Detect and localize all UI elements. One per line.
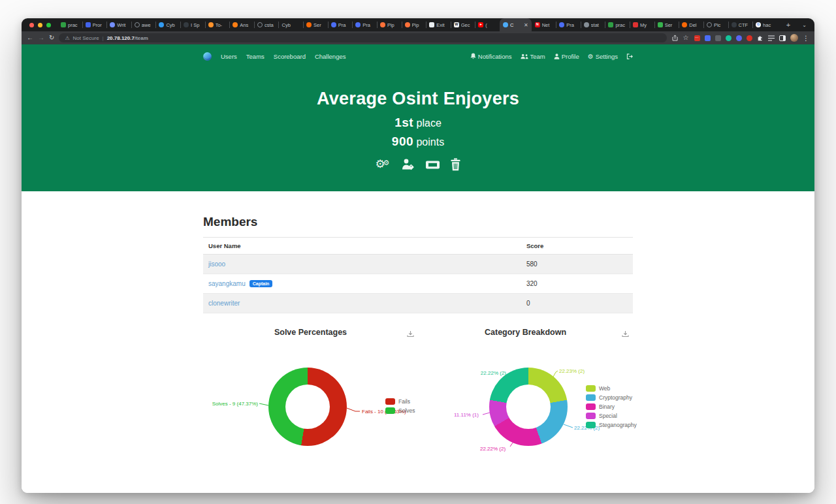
browser-tab[interactable]: stat — [581, 18, 605, 31]
legend-item[interactable]: Solves — [385, 406, 415, 415]
browser-tab[interactable]: CTF — [728, 18, 753, 31]
nav-link-teams[interactable]: Teams — [246, 53, 265, 60]
edit-members-button[interactable] — [401, 157, 415, 172]
tab-strip: pracProrWritaweCybI SpTo-AnscstaCybSerPr… — [22, 18, 814, 31]
legend-item[interactable]: Steganography — [586, 420, 637, 430]
tab-label: Pra — [566, 22, 577, 28]
extension-icon[interactable] — [746, 35, 752, 41]
captain-ticket-button[interactable] — [425, 157, 440, 172]
minimize-window-button[interactable] — [38, 23, 42, 27]
nav-settings[interactable]: ⚙ Settings — [588, 53, 618, 60]
users-icon — [521, 54, 528, 59]
legend-item[interactable]: Cryptography — [586, 393, 637, 402]
nav-link-challenges[interactable]: Challenges — [315, 53, 346, 60]
browser-tab[interactable]: prac — [605, 18, 630, 31]
download-chart-icon[interactable] — [622, 328, 629, 340]
column-header-score: Score — [521, 238, 633, 255]
browser-tab-active[interactable]: C✕ — [500, 18, 532, 31]
tab-label: Gec — [461, 22, 472, 28]
browser-tab[interactable]: I Sp — [180, 18, 205, 31]
bookmark-star-icon[interactable]: ☆ — [683, 35, 689, 41]
nav-link-scoreboard[interactable]: Scoreboard — [274, 53, 306, 60]
tab-favicon-icon — [380, 22, 385, 27]
user-tag-icon — [401, 158, 415, 171]
tab-overflow-chevron-icon[interactable]: ⌄ — [799, 22, 814, 28]
team-settings-button[interactable]: ⚙⚙ — [376, 157, 391, 172]
browser-tab[interactable]: Writ — [106, 18, 131, 31]
playlist-icon[interactable] — [768, 35, 775, 41]
browser-tab[interactable]: To- — [205, 18, 230, 31]
extension-icon[interactable] — [715, 35, 721, 41]
tab-label: Ans — [240, 22, 251, 28]
browser-tab[interactable]: prac — [57, 18, 82, 31]
browser-tab[interactable]: Ans — [229, 18, 254, 31]
reload-icon[interactable]: ↻ — [49, 35, 54, 41]
browser-tab[interactable]: WGec — [451, 18, 475, 31]
browser-tab[interactable]: Cyb — [155, 18, 180, 31]
tab-favicon-icon — [110, 22, 115, 27]
fullscreen-window-button[interactable] — [46, 23, 51, 27]
chart-title: Solve Percentages — [203, 328, 418, 337]
close-window-button[interactable] — [29, 23, 34, 27]
tab-label: Cyb — [166, 22, 177, 28]
forward-icon[interactable]: → — [38, 35, 44, 41]
browser-tab[interactable]: Ghac — [752, 18, 777, 31]
extension-icon[interactable] — [704, 35, 711, 41]
browser-menu-icon[interactable]: ⋮ — [803, 35, 809, 42]
nav-logout[interactable] — [626, 54, 633, 59]
member-link[interactable]: sayangkamu — [208, 280, 246, 287]
nav-link-users[interactable]: Users — [221, 53, 237, 60]
browser-tab[interactable]: Ser — [303, 18, 328, 31]
legend-item[interactable]: Special — [586, 411, 637, 420]
chart-legend: Fails Solves — [385, 397, 415, 415]
nav-team[interactable]: Team — [521, 53, 545, 60]
back-icon[interactable]: ← — [27, 35, 33, 41]
member-link[interactable]: clonewriter — [208, 300, 240, 307]
profile-avatar[interactable] — [790, 34, 798, 42]
browser-tab[interactable]: Pip — [377, 18, 402, 31]
ctfd-logo[interactable] — [203, 52, 212, 61]
nav-profile[interactable]: Profile — [554, 53, 579, 60]
browser-tab[interactable]: Pra — [352, 18, 377, 31]
extension-icon[interactable] — [725, 35, 732, 41]
puzzle-extensions-icon[interactable] — [757, 35, 764, 41]
browser-tab[interactable]: Pra — [328, 18, 353, 31]
browser-tab[interactable]: csta — [254, 18, 279, 31]
share-icon[interactable] — [671, 35, 678, 41]
legend-item[interactable]: Web — [586, 384, 637, 393]
delete-team-button[interactable] — [450, 157, 461, 172]
browser-tab[interactable]: NNet — [532, 18, 556, 31]
table-row: sayangkamuCaptain 320 — [203, 274, 633, 294]
browser-tab[interactable]: Pip — [402, 18, 426, 31]
browser-tab[interactable]: Pror — [82, 18, 107, 31]
extension-icon[interactable]: ⋯ — [694, 35, 700, 41]
category-breakdown-donut[interactable] — [489, 368, 568, 446]
browser-tab[interactable]: Del — [679, 18, 703, 31]
browser-tab[interactable]: Pra — [556, 18, 581, 31]
legend-item[interactable]: Binary — [586, 402, 637, 411]
tab-label: prac — [68, 22, 79, 28]
tab-label: Net — [542, 22, 553, 28]
solve-percentages-donut[interactable] — [268, 368, 347, 446]
browser-tab[interactable]: Ser — [654, 18, 679, 31]
extension-icon[interactable] — [735, 35, 742, 41]
browser-tab[interactable]: awe — [131, 18, 156, 31]
tab-favicon-icon — [233, 22, 238, 27]
legend-item[interactable]: Fails — [385, 397, 415, 406]
tab-label: Pip — [387, 22, 398, 28]
new-tab-button[interactable]: + — [777, 21, 799, 29]
browser-tab[interactable]: ▸( — [475, 18, 500, 31]
address-field[interactable]: ⚠ Not Secure | 20.78.120.7/team — [59, 33, 667, 42]
browser-tab[interactable]: Cyb — [278, 18, 303, 31]
tab-close-icon[interactable]: ✕ — [524, 22, 528, 28]
browser-tab[interactable]: Pic — [703, 18, 728, 31]
nav-notifications[interactable]: Notifications — [470, 53, 512, 60]
browser-tab[interactable]: My — [630, 18, 654, 31]
download-chart-icon[interactable] — [407, 328, 414, 340]
tab-favicon-icon — [159, 22, 164, 27]
member-link[interactable]: jisooo — [208, 260, 225, 268]
side-panel-icon[interactable] — [779, 35, 786, 41]
tab-label: Ser — [665, 22, 676, 28]
tab-label: I Sp — [191, 22, 202, 28]
browser-tab[interactable]: Exit — [426, 18, 451, 31]
